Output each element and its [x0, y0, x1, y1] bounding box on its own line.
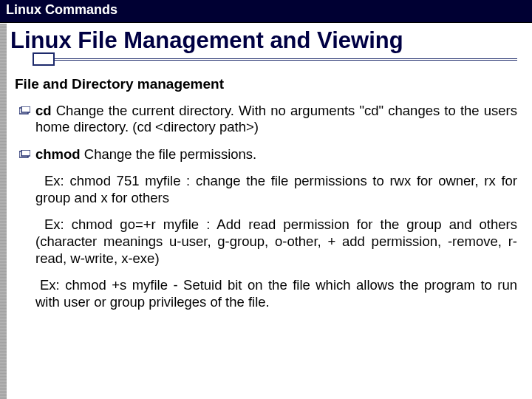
slide-subtitle: File and Directory management — [15, 76, 517, 92]
example-text: Ex: chmod 751 myfile : change the file p… — [35, 173, 517, 206]
example-text: Ex: chmod +s myfile - Setuid bit on the … — [35, 277, 517, 310]
list-item: chmod Change the file permissions. — [19, 146, 517, 163]
bullet-icon — [19, 106, 31, 115]
header-title: Linux Commands — [6, 2, 117, 17]
command-name: cd — [35, 103, 52, 118]
command-desc: Change the file permissions. — [81, 146, 257, 162]
list-item: cd Change the current directory. With no… — [19, 103, 517, 136]
content-area: cd Change the current directory. With no… — [19, 103, 517, 311]
item-text: cd Change the current directory. With no… — [35, 103, 517, 136]
slide-body: Linux File Management and Viewing File a… — [0, 23, 532, 310]
svg-rect-3 — [21, 150, 30, 156]
command-desc: Change the current directory. With no ar… — [35, 103, 517, 135]
svg-rect-1 — [21, 106, 30, 112]
command-name: chmod — [35, 146, 81, 162]
header-bar: Linux Commands — [0, 0, 532, 23]
item-text: chmod Change the file permissions. — [35, 146, 517, 163]
bullet-icon — [19, 150, 31, 159]
title-rule-box-icon — [33, 52, 55, 66]
slide-title: Linux File Management and Viewing — [10, 27, 522, 54]
title-double-rule — [35, 58, 517, 61]
title-rule — [10, 57, 522, 70]
example-text: Ex: chmod go=+r myfile : Add read permis… — [35, 216, 517, 267]
